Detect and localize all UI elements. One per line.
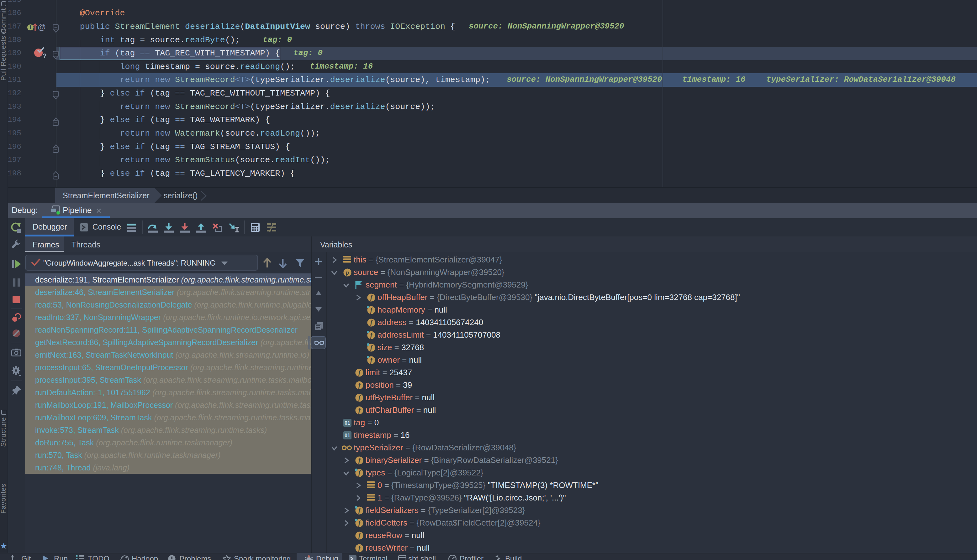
svg-text:p: p (345, 269, 349, 276)
svg-text:01: 01 (345, 433, 350, 438)
svg-text:01: 01 (345, 420, 350, 426)
